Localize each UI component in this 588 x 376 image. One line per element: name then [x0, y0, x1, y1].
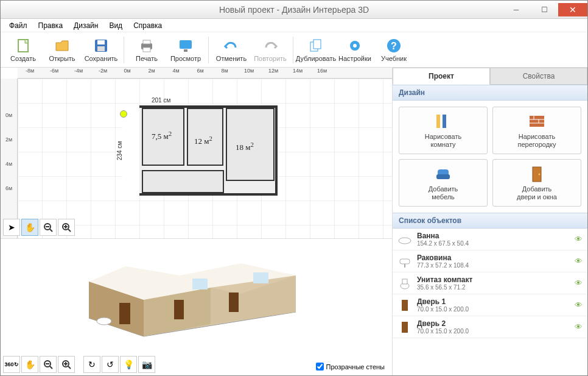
list-item[interactable]: Унитаз компакт35.6 x 56.5 x 71.2 👁 — [393, 272, 587, 294]
door-small-icon — [397, 298, 412, 313]
print-button[interactable]: Печать — [128, 34, 166, 66]
card-draw-wall[interactable]: Нарисовать перегородку — [492, 107, 581, 154]
folder-icon — [54, 38, 70, 54]
tutorial-button[interactable]: ? Учебник — [375, 34, 413, 66]
close-button[interactable]: ✕ — [558, 3, 587, 16]
pan-tool[interactable]: ✋ — [21, 219, 38, 236]
main-toolbar: Создать Открыть Сохранить Печать Просмот… — [1, 32, 587, 68]
maximize-button[interactable]: ☐ — [530, 3, 558, 16]
tab-project[interactable]: Проект — [393, 68, 490, 85]
visibility-toggle[interactable]: 👁 — [575, 235, 583, 244]
origin-marker[interactable] — [120, 110, 127, 118]
create-button[interactable]: Создать — [4, 34, 42, 66]
light-tool[interactable]: 💡 — [120, 356, 137, 373]
zoom-out-3d-tool[interactable] — [40, 356, 57, 373]
svg-point-50 — [539, 174, 541, 176]
plan-3d-toolbar: 360↻ ✋ ↻ ↺ 💡 📷 — [3, 356, 155, 373]
section-objects-header: Список объектов — [393, 213, 587, 229]
svg-rect-29 — [229, 293, 239, 312]
list-item[interactable]: Дверь 270.0 x 15.0 x 200.0 👁 — [393, 316, 587, 338]
dimension-height: 234 см — [116, 141, 123, 160]
preview-button[interactable]: Просмотр — [167, 34, 205, 66]
ruler-vertical: 0м2м4м6м — [1, 79, 18, 238]
undo-icon — [223, 38, 239, 54]
svg-rect-5 — [143, 40, 150, 44]
rotate-cw-tool[interactable]: ↻ — [83, 356, 100, 373]
menu-file[interactable]: Файл — [4, 20, 32, 31]
visibility-toggle[interactable]: 👁 — [575, 300, 583, 310]
menu-design[interactable]: Дизайн — [69, 20, 103, 31]
toilet-icon — [397, 276, 412, 291]
zoom-in-tool[interactable] — [58, 219, 75, 236]
card-add-doors[interactable]: Добавить двери и окна — [492, 159, 581, 207]
save-button[interactable]: Сохранить — [82, 34, 120, 66]
new-icon — [15, 38, 31, 54]
svg-line-34 — [50, 366, 52, 369]
plan-2d-viewport[interactable]: -8м-6м-4м-2м0м2м4м6м8м10м12м14м16м 0м2м4… — [1, 68, 392, 238]
svg-rect-41 — [443, 115, 446, 128]
svg-rect-57 — [402, 322, 408, 333]
svg-rect-3 — [97, 46, 105, 51]
svg-rect-27 — [119, 303, 130, 324]
printer-icon — [139, 38, 155, 54]
rotate-360-tool[interactable]: 360↻ — [3, 356, 20, 373]
transparent-walls-checkbox[interactable]: Прозрачные стены — [316, 363, 385, 371]
card-add-furniture[interactable]: Добавить мебель — [399, 159, 488, 207]
svg-rect-30 — [192, 278, 208, 289]
svg-rect-10 — [313, 40, 321, 49]
card-draw-room[interactable]: Нарисовать комнату — [399, 107, 488, 154]
armchair-icon — [434, 165, 452, 183]
svg-rect-0 — [18, 40, 28, 52]
sink-icon — [397, 254, 412, 269]
door-icon — [528, 165, 546, 183]
open-button[interactable]: Открыть — [43, 34, 81, 66]
list-item[interactable]: Дверь 170.0 x 15.0 x 200.0 👁 — [393, 294, 587, 316]
duplicate-button[interactable]: Дублировать — [297, 34, 335, 66]
svg-rect-53 — [404, 264, 405, 268]
svg-rect-48 — [436, 174, 450, 179]
tab-properties[interactable]: Свойства — [490, 68, 587, 85]
gear-icon — [347, 38, 363, 54]
visibility-toggle[interactable]: 👁 — [575, 278, 583, 288]
svg-rect-31 — [253, 272, 268, 283]
camera-tool[interactable]: 📷 — [138, 356, 155, 373]
save-icon — [93, 38, 109, 54]
redo-icon — [262, 38, 278, 54]
svg-rect-7 — [180, 40, 192, 49]
section-design-header: Дизайн — [393, 85, 587, 101]
zoom-out-tool[interactable] — [40, 219, 57, 236]
list-item[interactable]: Ванна154.2 x 67.5 x 50.4 👁 — [393, 229, 587, 250]
pencil-ruler-icon — [434, 112, 452, 130]
door-small-icon — [397, 320, 412, 335]
svg-point-12 — [353, 44, 357, 48]
ruler-horizontal: -8м-6м-4м-2м0м2м4м6м8м10м12м14м16м — [18, 68, 392, 79]
svg-point-51 — [399, 238, 411, 244]
undo-button[interactable]: Отменить — [212, 34, 250, 66]
iso-render — [71, 245, 314, 349]
design-cards: Нарисовать комнату Нарисовать перегородк… — [393, 101, 587, 213]
menu-help[interactable]: Справка — [128, 20, 167, 31]
pan-3d-tool[interactable]: ✋ — [21, 356, 38, 373]
titlebar: Новый проект - Дизайн Интерьера 3D ─ ☐ ✕ — [1, 1, 587, 19]
list-item[interactable]: Раковина77.3 x 57.2 x 108.4 👁 — [393, 250, 587, 272]
settings-button[interactable]: Настройки — [336, 34, 374, 66]
minimize-button[interactable]: ─ — [502, 3, 530, 16]
right-panel: Проект Свойства Дизайн Нарисовать комнат… — [393, 68, 587, 375]
menu-edit[interactable]: Правка — [33, 20, 68, 31]
plan-3d-viewport[interactable]: 360↻ ✋ ↻ ↺ 💡 📷 Прозрачные стены — [1, 238, 392, 375]
menu-view[interactable]: Вид — [104, 20, 127, 31]
svg-line-37 — [68, 366, 71, 369]
zoom-in-3d-tool[interactable] — [58, 356, 75, 373]
redo-button[interactable]: Повторить — [251, 34, 289, 66]
floor-plan[interactable]: 7,5 м2 12 м2 18 м2 201 см 234 см — [122, 105, 278, 196]
object-list[interactable]: Ванна154.2 x 67.5 x 50.4 👁 Раковина77.3 … — [393, 229, 587, 375]
visibility-toggle[interactable]: 👁 — [575, 257, 583, 266]
visibility-toggle[interactable]: 👁 — [575, 322, 583, 332]
svg-rect-6 — [143, 48, 150, 52]
svg-point-32 — [97, 317, 111, 325]
select-tool[interactable]: ➤ — [3, 219, 20, 236]
rotate-ccw-tool[interactable]: ↺ — [102, 356, 119, 373]
room-label-3: 18 м2 — [236, 141, 254, 152]
svg-line-16 — [50, 229, 52, 232]
svg-rect-2 — [97, 40, 105, 44]
